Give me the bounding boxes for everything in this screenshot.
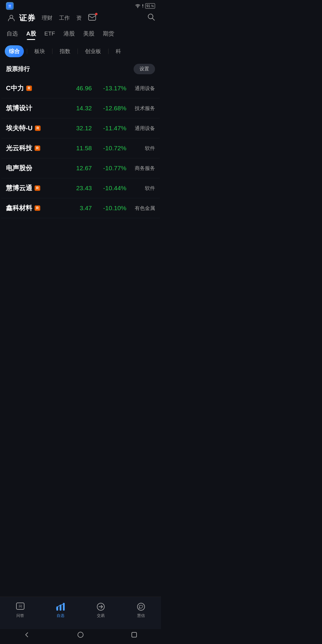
top-nav: 证券 理财 工作 资 [0,11,161,26]
user-icon[interactable] [6,13,17,23]
stock-data: 11.58 -10.72% 软件 [54,145,155,152]
stock-category: 技术服务 [131,105,155,112]
nav-title: 证券 [19,13,36,23]
stock-row[interactable]: 埃夫特-U R 32.12 -11.47% 通用设备 [1,118,160,138]
tab-agufen[interactable]: A股 [24,27,38,41]
stock-data: 3.47 -10.10% 有色金属 [54,205,155,212]
alert-icon [142,4,144,8]
wifi-icon [135,4,140,8]
stock-name-area: 光云科技 R [6,144,54,153]
stock-category: 有色金属 [131,205,155,212]
svg-rect-3 [143,7,143,8]
stock-change: -10.77% [97,165,126,172]
stock-name-area: C中力 R [6,84,54,93]
stock-category: 通用设备 [131,125,155,132]
stock-price: 46.96 [70,85,92,92]
tab-meigu[interactable]: 美股 [81,27,96,41]
stock-price: 14.32 [70,105,92,112]
stock-category: 软件 [131,185,155,192]
filter-bankuai[interactable]: 板块 [30,45,49,57]
tab-ganggu[interactable]: 港股 [62,27,77,41]
stock-category: 通用设备 [131,85,155,92]
r-badge: R [35,185,40,191]
stock-row[interactable]: 慧博云通 R 23.43 -10.44% 软件 [1,178,160,198]
r-badge: R [35,126,41,131]
stock-change: -11.47% [97,125,126,132]
stock-name: 筑博设计 [6,104,32,113]
stock-price: 32.12 [70,125,92,132]
stock-name-area: 鑫科材料 R [6,204,54,213]
stock-data: 12.67 -10.77% 商务服务 [54,165,155,172]
svg-rect-2 [143,4,143,7]
app-icon: 慧 [6,2,14,10]
stock-list: C中力 R 46.96 -13.17% 通用设备 筑博设计 14.32 -12.… [0,78,161,218]
stock-name: 光云科技 [6,144,32,153]
stock-name: C中力 [6,84,24,93]
stock-name: 埃夫特-U [6,124,32,133]
svg-text:慧: 慧 [8,4,11,8]
stock-name-area: 筑博设计 [6,104,54,113]
stock-name-area: 慧博云通 R [6,184,54,193]
filter-zhishu[interactable]: 指数 [55,45,75,57]
r-badge: R [35,205,40,211]
tab-zixuan[interactable]: 自选 [5,27,20,41]
nav-items: 理财 工作 资 [42,14,147,22]
stock-data: 14.32 -12.68% 技术服务 [54,105,155,112]
stock-change: -10.44% [97,185,126,192]
r-badge: R [35,145,40,151]
tab-etf[interactable]: ETF [43,28,57,41]
stock-name-area: 埃夫特-U R [6,124,54,133]
filter-divider-3 [78,49,78,54]
filter-ke[interactable]: 科 [112,45,125,57]
status-bar: 慧 91 % [0,0,161,11]
filter-divider-1 [27,49,27,54]
stock-data: 46.96 -13.17% 通用设备 [54,85,155,92]
stock-price: 3.47 [70,205,92,212]
stock-name: 电声股份 [6,164,32,173]
stock-change: -10.10% [97,205,126,212]
status-icons: 91 % [135,3,155,9]
stock-data: 23.43 -10.44% 软件 [54,185,155,192]
stock-category: 商务服务 [131,165,155,172]
stock-change: -10.72% [97,145,126,152]
settings-button[interactable]: 设置 [134,64,155,74]
stock-name: 慧博云通 [6,184,32,193]
svg-point-4 [10,15,13,18]
stock-price: 23.43 [70,185,92,192]
stock-price: 12.67 [70,165,92,172]
filter-divider-2 [52,49,52,54]
svg-rect-5 [89,14,96,20]
filter-chuangye[interactable]: 创业板 [81,45,105,57]
tab-bar: 自选 A股 ETF 港股 美股 期货 [0,26,161,41]
stock-row[interactable]: 电声股份 12.67 -10.77% 商务服务 [1,158,160,178]
r-badge: R [26,86,32,91]
stock-row[interactable]: 鑫科材料 R 3.47 -10.10% 有色金属 [1,198,160,218]
filter-zonghe[interactable]: 综合 [5,45,24,57]
section-header: 股票排行 设置 [0,61,161,78]
section-title: 股票排行 [6,65,30,73]
tab-qihuo[interactable]: 期货 [101,27,116,41]
mail-badge [95,13,97,15]
battery-indicator: 91 % [145,3,155,9]
search-icon[interactable] [147,13,155,23]
stock-change: -13.17% [97,85,126,92]
stock-row[interactable]: 筑博设计 14.32 -12.68% 技术服务 [1,98,160,118]
stock-data: 32.12 -11.47% 通用设备 [54,125,155,132]
filter-bar: 综合 板块 指数 创业板 科 [0,41,161,61]
stock-change: -12.68% [97,105,126,112]
filter-divider-4 [108,49,109,54]
nav-item-mail[interactable] [88,14,96,22]
nav-item-gongzuo[interactable]: 工作 [59,14,70,21]
stock-row[interactable]: C中力 R 46.96 -13.17% 通用设备 [1,78,160,98]
stock-price: 11.58 [70,145,92,152]
stock-category: 软件 [131,145,155,152]
nav-item-licai[interactable]: 理财 [42,14,52,21]
stock-row[interactable]: 光云科技 R 11.58 -10.72% 软件 [1,138,160,158]
stock-name: 鑫科材料 [6,204,32,213]
stock-name-area: 电声股份 [6,164,54,173]
nav-item-zi[interactable]: 资 [76,14,82,21]
